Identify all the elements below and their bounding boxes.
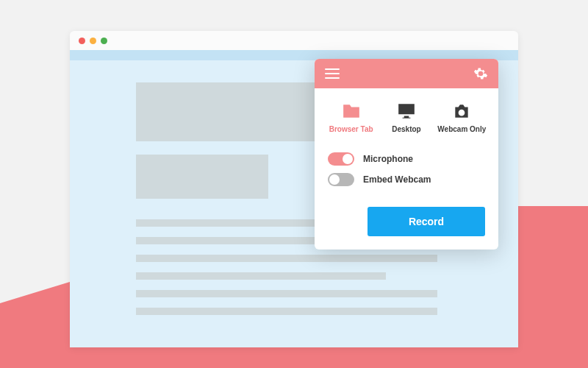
toggle-row-embed-webcam: Embed Webcam — [328, 173, 485, 186]
source-label: Browser Tab — [329, 125, 373, 133]
camera-icon — [451, 102, 473, 121]
embed-webcam-toggle[interactable] — [328, 173, 354, 186]
source-browser-tab[interactable]: Browser Tab — [326, 102, 377, 133]
toggle-label: Microphone — [363, 154, 413, 164]
content-placeholder-line — [136, 308, 437, 315]
monitor-icon — [395, 102, 417, 121]
record-button[interactable]: Record — [368, 207, 485, 236]
toggle-list: Microphone Embed Webcam — [315, 141, 498, 204]
content-placeholder-line — [136, 290, 437, 297]
window-minimize-dot[interactable] — [90, 38, 96, 44]
recorder-popup: Browser Tab Desktop Webcam Only Micropho… — [315, 59, 498, 250]
microphone-toggle[interactable] — [328, 152, 354, 166]
content-placeholder-line — [136, 272, 386, 280]
settings-icon[interactable] — [473, 66, 488, 81]
content-placeholder-line — [136, 255, 437, 262]
source-webcam-only[interactable]: Webcam Only — [436, 102, 487, 133]
window-titlebar — [70, 31, 518, 50]
capture-source-list: Browser Tab Desktop Webcam Only — [315, 88, 498, 141]
window-close-dot[interactable] — [79, 38, 85, 44]
folder-icon — [340, 102, 362, 121]
popup-header — [315, 59, 498, 88]
toggle-row-microphone: Microphone — [328, 152, 485, 166]
menu-icon[interactable] — [325, 68, 340, 79]
source-desktop[interactable]: Desktop — [381, 102, 432, 133]
content-placeholder-block — [136, 155, 268, 199]
window-maximize-dot[interactable] — [101, 38, 107, 44]
toggle-label: Embed Webcam — [363, 174, 431, 185]
record-wrap: Record — [315, 204, 498, 250]
source-label: Webcam Only — [437, 125, 486, 133]
source-label: Desktop — [392, 125, 420, 133]
